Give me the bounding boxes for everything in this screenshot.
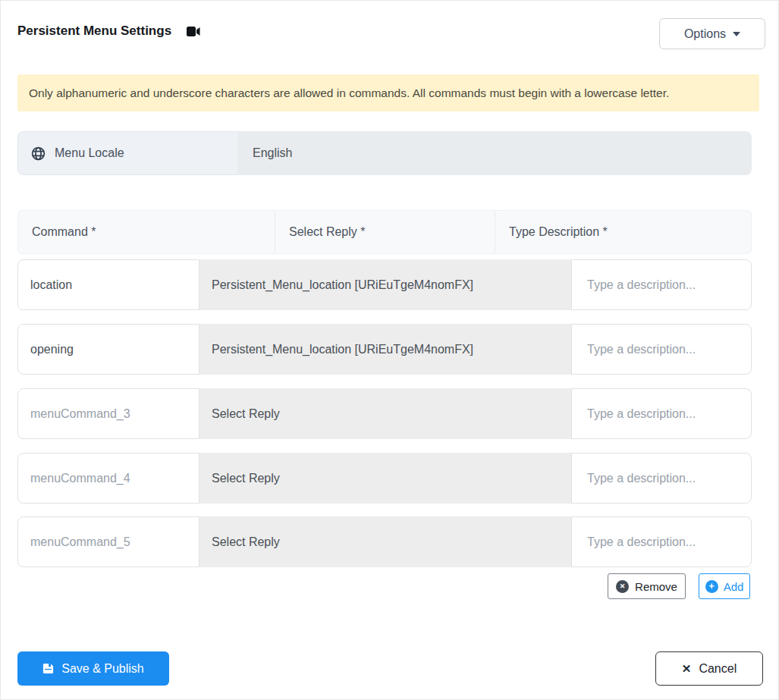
menu-locale-label-text: Menu Locale [55, 146, 124, 160]
description-input[interactable] [571, 453, 752, 504]
description-input[interactable] [571, 324, 752, 375]
remove-circle-icon: ✕ [616, 580, 629, 593]
reply-select-value: Select Reply [212, 535, 280, 549]
column-header-command: Command * [18, 211, 275, 253]
options-button-label: Options [684, 27, 726, 41]
table-row: Select Reply [17, 388, 752, 439]
menu-locale-value[interactable]: English [237, 131, 752, 175]
chevron-down-icon [733, 32, 740, 36]
add-button-label: Add [724, 580, 744, 593]
menu-locale-label: Menu Locale [17, 131, 237, 175]
warning-banner: Only alphanumeric and underscore charact… [17, 74, 759, 111]
remove-button-label: Remove [635, 580, 677, 593]
cancel-label: Cancel [699, 662, 737, 676]
page-title: Persistent Menu Settings [17, 24, 200, 39]
table-row: Select Reply [17, 516, 752, 567]
description-input[interactable] [571, 516, 752, 567]
row-actions: ✕ Remove + Add [608, 573, 750, 599]
add-row-button[interactable]: + Add [699, 573, 750, 599]
table-row: Select Reply [17, 453, 752, 504]
save-icon [42, 663, 54, 674]
reply-select-value: Select Reply [212, 407, 280, 421]
description-input[interactable] [571, 259, 752, 310]
command-input[interactable] [17, 259, 199, 310]
globe-icon [31, 146, 46, 161]
reply-select[interactable]: Select Reply [199, 453, 571, 504]
table-row: Persistent_Menu_location [URiEuTgeM4nomF… [17, 324, 752, 375]
reply-select[interactable]: Select Reply [199, 516, 571, 567]
persistent-menu-settings-panel: Persistent Menu Settings Options Only al… [0, 0, 779, 700]
table-header: Command * Select Reply * Type Descriptio… [17, 210, 752, 254]
menu-locale-group: Menu Locale English [17, 131, 752, 175]
add-circle-icon: + [705, 580, 718, 593]
command-input[interactable] [17, 516, 199, 567]
remove-row-button[interactable]: ✕ Remove [608, 573, 686, 599]
command-input[interactable] [17, 324, 199, 375]
cancel-button[interactable]: ✕ Cancel [655, 651, 763, 686]
command-input[interactable] [17, 453, 199, 504]
reply-select[interactable]: Select Reply [199, 388, 571, 439]
save-publish-label: Save & Publish [61, 662, 144, 676]
description-input[interactable] [571, 388, 752, 439]
page-title-text: Persistent Menu Settings [17, 24, 171, 39]
save-publish-button[interactable]: Save & Publish [17, 651, 169, 686]
options-button[interactable]: Options [659, 18, 765, 49]
column-header-type-description: Type Description * [495, 211, 751, 253]
reply-select[interactable]: Persistent_Menu_location [URiEuTgeM4nomF… [199, 324, 571, 375]
table-row: Persistent_Menu_location [URiEuTgeM4nomF… [17, 259, 752, 310]
reply-select-value: Select Reply [212, 472, 280, 485]
video-camera-icon [187, 27, 200, 36]
reply-select-value: Persistent_Menu_location [URiEuTgeM4nomF… [212, 343, 473, 356]
menu-locale-value-text: English [253, 146, 292, 160]
reply-select[interactable]: Persistent_Menu_location [URiEuTgeM4nomF… [199, 259, 571, 310]
reply-select-value: Persistent_Menu_location [URiEuTgeM4nomF… [212, 278, 473, 292]
column-header-select-reply: Select Reply * [275, 211, 495, 253]
warning-banner-text: Only alphanumeric and underscore charact… [29, 86, 669, 100]
command-input[interactable] [17, 388, 199, 439]
close-icon: ✕ [682, 662, 692, 676]
